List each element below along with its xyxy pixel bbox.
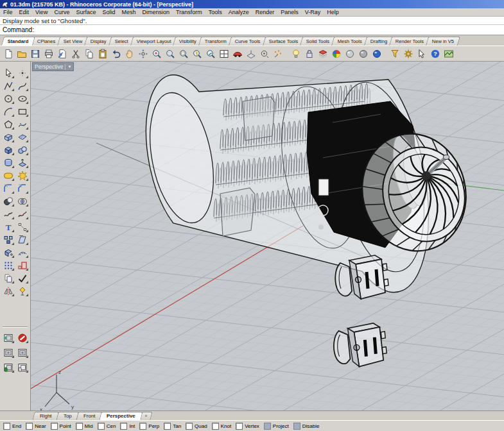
color-wheel-button[interactable]: [329, 47, 343, 60]
copy-to-clipboard-button[interactable]: [55, 47, 69, 60]
tool-surface-patch[interactable]: [16, 131, 29, 143]
tool-distance-check[interactable]: [16, 272, 29, 284]
osnap-cen-checkbox[interactable]: [98, 423, 105, 430]
osnap-near[interactable]: Near: [26, 423, 46, 430]
tool-render-stop[interactable]: [16, 332, 29, 344]
osnap-cen[interactable]: Cen: [98, 423, 116, 430]
tool-curve-interpolated[interactable]: [16, 80, 29, 92]
menu-file[interactable]: File: [0, 9, 16, 15]
zoom-dynamic-button[interactable]: [163, 47, 177, 60]
osnap-mid[interactable]: Mid: [76, 423, 93, 430]
osnap-point-checkbox[interactable]: [51, 423, 58, 430]
shaded-viewport-button[interactable]: [343, 47, 356, 60]
pan-view-button[interactable]: [123, 47, 136, 60]
toolbar-tab-solid-tools[interactable]: Solid Tools: [300, 37, 336, 46]
osnap-near-checkbox[interactable]: [26, 423, 33, 430]
tool-freeform-curve[interactable]: [16, 118, 29, 130]
zoom-selected-button[interactable]: [190, 47, 204, 60]
menu-solid[interactable]: Solid: [99, 9, 118, 15]
tool-boolean-union[interactable]: [2, 169, 15, 182]
tool-select-objects[interactable]: [2, 67, 15, 79]
osnap-vertex-checkbox[interactable]: [236, 423, 243, 430]
tool-polygon[interactable]: [2, 118, 15, 130]
tool-render-window[interactable]: [2, 346, 15, 359]
menu-view[interactable]: View: [32, 9, 51, 15]
pointer-filter-button[interactable]: [415, 47, 428, 60]
osnap-knot[interactable]: Knot: [212, 423, 231, 430]
tool-surface-from-curves[interactable]: [2, 131, 15, 143]
open-file-button[interactable]: [15, 47, 28, 60]
tool-extrude-surface[interactable]: [16, 156, 29, 169]
new-file-button[interactable]: [1, 47, 15, 60]
menu-help[interactable]: Help: [324, 9, 342, 15]
object-snap-button[interactable]: [257, 47, 271, 60]
vray-toolbar-button[interactable]: [442, 47, 455, 60]
menu-edit[interactable]: Edit: [16, 9, 33, 15]
tool-rectangle[interactable]: [16, 105, 29, 117]
osnap-knot-checkbox[interactable]: [212, 423, 219, 430]
set-cplane-button[interactable]: [244, 47, 257, 60]
tool-arc[interactable]: [2, 105, 15, 117]
toolbar-tab-mesh-tools[interactable]: Mesh Tools: [331, 37, 369, 46]
toolbar-tab-transform[interactable]: Transform: [198, 37, 233, 46]
viewport-tab-right[interactable]: Right: [32, 412, 59, 420]
tool-edit-points[interactable]: [16, 221, 29, 233]
copy-button[interactable]: [82, 47, 96, 60]
lock-objects-button[interactable]: [302, 47, 316, 60]
viewport-tab-perspective[interactable]: Perspective: [100, 412, 143, 420]
command-input[interactable]: [37, 26, 504, 35]
tool-mirror[interactable]: [2, 285, 15, 297]
paste-button[interactable]: [96, 47, 109, 60]
tool-ellipse[interactable]: [16, 92, 29, 105]
tool-solid-box[interactable]: [2, 144, 15, 156]
tool-solid-sphere[interactable]: [16, 144, 29, 156]
light-toggle-button[interactable]: [289, 47, 302, 60]
toolbar-tab-new-in-v5[interactable]: New in V5: [426, 37, 460, 46]
tool-shear[interactable]: [16, 233, 29, 246]
tool-polyline[interactable]: [2, 80, 15, 92]
osnap-tan[interactable]: Tan: [164, 423, 181, 430]
cut-button[interactable]: [69, 47, 82, 60]
toolbar-tab-render-tools[interactable]: Render Tools: [389, 37, 430, 46]
tool-single-point[interactable]: [16, 67, 29, 79]
osnap-project-button[interactable]: Project: [264, 423, 289, 430]
perspective-viewport[interactable]: z x y: [31, 62, 504, 410]
osnap-end-checkbox[interactable]: [3, 423, 10, 430]
osnap-disable-button[interactable]: Disable: [293, 423, 320, 430]
undo-button[interactable]: [109, 47, 123, 60]
osnap-point[interactable]: Point: [51, 423, 71, 430]
menu-render[interactable]: Render: [252, 9, 278, 15]
osnap-perp-checkbox[interactable]: [139, 423, 146, 430]
tool-boolean-difference[interactable]: [2, 195, 15, 207]
menu-surface[interactable]: Surface: [73, 9, 99, 15]
tool-rectangular-array[interactable]: [2, 259, 15, 271]
tool-save-render-white[interactable]: [16, 361, 29, 373]
osnap-vertex[interactable]: Vertex: [236, 423, 259, 430]
tool-explode[interactable]: [16, 169, 29, 182]
print-button[interactable]: [42, 47, 55, 60]
osnap-tan-checkbox[interactable]: [164, 423, 171, 430]
menu-dimension[interactable]: Dimension: [139, 9, 173, 15]
viewport-title-chip[interactable]: Perspective ▼: [32, 62, 74, 71]
help-button[interactable]: ?: [428, 47, 442, 60]
tool-render-current-viewport[interactable]: [2, 332, 15, 344]
tool-chamfer-edge[interactable]: [16, 182, 29, 194]
tool-fillet-edge[interactable]: [2, 182, 15, 194]
toolbar-tab-viewport-layout[interactable]: Viewport Layout: [130, 37, 178, 46]
osnap-quad-checkbox[interactable]: [186, 423, 193, 430]
menu-transform[interactable]: Transform: [173, 9, 205, 15]
osnap-end[interactable]: End: [3, 423, 21, 430]
tool-curve-blend[interactable]: [2, 208, 15, 220]
viewport-canvas[interactable]: z x y: [31, 62, 504, 410]
viewport-layout-button[interactable]: [217, 47, 230, 60]
rotate-view-button[interactable]: [136, 47, 150, 60]
save-file-button[interactable]: [28, 47, 42, 60]
rendered-viewport-button[interactable]: [370, 47, 383, 60]
toolbar-tab-surface-tools[interactable]: Surface Tools: [263, 37, 304, 46]
tool-text-object[interactable]: T: [2, 221, 15, 233]
toolbar-tab-standard[interactable]: Standard: [1, 37, 35, 46]
menu-analyze[interactable]: Analyze: [225, 9, 252, 15]
viewport-tab-front[interactable]: Front: [76, 412, 103, 420]
tool-curve-match[interactable]: [16, 208, 29, 220]
options-button[interactable]: [401, 47, 415, 60]
